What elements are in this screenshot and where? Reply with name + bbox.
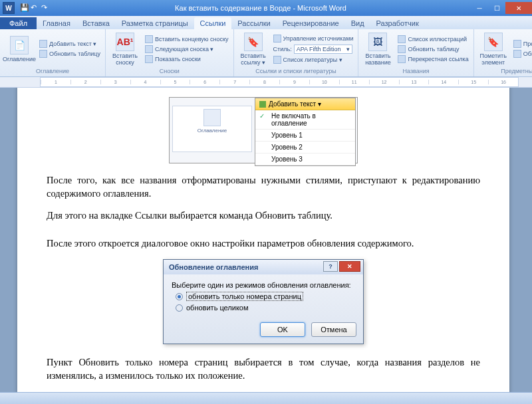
document-paragraph[interactable]: После этого откроется диалоговое окно на…: [47, 237, 480, 251]
tab-insert[interactable]: Вставка: [76, 17, 116, 29]
ribbon-tabs: Файл Главная Вставка Разметка страницы С…: [0, 16, 532, 29]
add-text-dropdown: Добавить текст ▾ Не включать в оглавлени…: [255, 98, 356, 166]
tab-home[interactable]: Главная: [37, 17, 76, 29]
dialog-title: Обновление оглавления ?✕: [164, 260, 363, 274]
titlebar: W 💾 ↶ ↷ Как вставить содержание в Ворде …: [0, 0, 532, 16]
citation-style-combo[interactable]: APA Fifth Edition▾: [294, 45, 352, 54]
group-captions: 🖼 Вставить название Список иллюстраций О…: [358, 29, 473, 76]
sources-icon: [273, 35, 281, 43]
embedded-screenshot-dropdown: Оглавление AB1 Добавить текст ▾ Не включ…: [169, 97, 358, 163]
tab-page-layout[interactable]: Разметка страницы: [116, 17, 194, 29]
group-index: 🔖 Пометить элемент Предметный указатель …: [474, 29, 532, 76]
toc-button[interactable]: 📄 Оглавление: [3, 35, 36, 64]
window-controls: ─ ☐ ✕: [471, 2, 532, 14]
insert-citation-button[interactable]: 🔖 Вставить ссылку ▾: [237, 31, 270, 67]
insert-index-button[interactable]: Предметный указатель: [511, 39, 532, 49]
group-toc: 📄 Оглавление Добавить текст ▾ Обновить т…: [0, 29, 106, 76]
bibliography-button[interactable]: Список литературы ▾: [271, 55, 356, 64]
quick-access-toolbar[interactable]: 💾 ↶ ↷: [20, 3, 51, 13]
insert-endnote-button[interactable]: Вставить концевую сноску: [143, 35, 231, 44]
group-citations: 🔖 Вставить ссылку ▾ Управление источника…: [234, 29, 359, 76]
close-button[interactable]: ✕: [505, 2, 532, 14]
update-figures-button[interactable]: Обновить таблицу: [396, 45, 470, 54]
group-footnotes: AB¹ Вставить сноску Вставить концевую сн…: [106, 29, 234, 76]
embedded-screenshot-dialog: Обновление оглавления ?✕ Выберите один и…: [163, 259, 364, 344]
cross-reference-button[interactable]: Перекрестная ссылка: [396, 54, 470, 64]
save-icon[interactable]: 💾: [20, 3, 29, 13]
radio-icon: [176, 304, 183, 312]
help-icon: ?: [323, 261, 338, 272]
refresh-icon: [398, 45, 406, 53]
toc-icon: [203, 109, 221, 126]
refresh-icon: [39, 50, 47, 58]
group-label: Сноски: [108, 67, 231, 75]
show-notes-button[interactable]: Показать сноски: [143, 54, 231, 64]
minimize-button[interactable]: ─: [471, 2, 488, 14]
plus-icon: [259, 101, 266, 108]
style-combo-row: Стиль: APA Fifth Edition▾: [271, 44, 356, 54]
tab-file[interactable]: Файл: [0, 17, 37, 29]
undo-icon[interactable]: ↶: [31, 3, 40, 13]
tab-references[interactable]: Ссылки: [194, 17, 232, 29]
dropdown-item: Не включать в оглавление: [255, 110, 355, 130]
update-index-button[interactable]: Обновить указатель: [511, 49, 532, 58]
group-label: Предметный указатель: [477, 67, 532, 75]
horizontal-ruler[interactable]: 12345678910111213141516: [0, 77, 532, 88]
group-label: Ссылки и списки литературы: [237, 67, 356, 75]
figures-icon: [398, 35, 406, 43]
show-icon: [145, 55, 153, 63]
status-bar: [0, 392, 532, 404]
redo-icon[interactable]: ↷: [41, 3, 51, 13]
index-icon: [513, 40, 521, 48]
dropdown-item: Уровень 2: [255, 142, 355, 153]
caption-icon: 🖼: [368, 33, 387, 51]
document-workspace[interactable]: Оглавление AB1 Добавить текст ▾ Не включ…: [0, 88, 532, 392]
ribbon: 📄 Оглавление Добавить текст ▾ Обновить т…: [0, 29, 532, 77]
group-label: Оглавление: [3, 67, 102, 75]
insert-footnote-button[interactable]: AB¹ Вставить сноску: [108, 31, 142, 67]
maximize-button[interactable]: ☐: [488, 2, 505, 14]
word-app-icon: W: [3, 2, 15, 14]
insert-caption-button[interactable]: 🖼 Вставить название: [361, 31, 394, 67]
tab-mailings[interactable]: Рассылки: [231, 17, 276, 29]
tab-view[interactable]: Вид: [345, 17, 370, 29]
citation-icon: 🔖: [244, 33, 263, 51]
group-label: Названия: [361, 67, 470, 75]
manage-sources-button[interactable]: Управление источниками: [271, 34, 356, 43]
close-icon: ✕: [339, 261, 360, 272]
toc-icon: 📄: [10, 36, 29, 54]
mark-entry-icon: 🔖: [484, 33, 503, 51]
mark-entry-button[interactable]: 🔖 Пометить элемент: [477, 31, 510, 67]
ok-button: OK: [260, 322, 305, 337]
dropdown-item: Уровень 1: [255, 130, 355, 142]
radio-option-2: обновить целиком: [176, 304, 355, 312]
dropdown-item: Уровень 3: [255, 153, 355, 165]
tab-developer[interactable]: Разработчик: [370, 17, 425, 29]
crossref-icon: [398, 55, 406, 63]
cancel-button: Отмена: [311, 322, 356, 337]
footnote-icon: AB¹: [116, 33, 134, 51]
dialog-prompt: Выберите один из режимов обновления огла…: [172, 281, 355, 289]
refresh-icon: [513, 50, 521, 58]
plus-icon: [39, 40, 47, 48]
document-paragraph[interactable]: Для этого на вкладке Ссылки выбирается к…: [47, 209, 480, 223]
next-icon: [145, 45, 153, 53]
tab-review[interactable]: Рецензирование: [277, 17, 345, 29]
update-table-button[interactable]: Обновить таблицу: [37, 49, 102, 58]
mini-ribbon: Оглавление: [172, 106, 252, 152]
add-text-button[interactable]: Добавить текст ▾: [37, 39, 102, 49]
endnote-icon: [145, 35, 153, 43]
biblio-icon: [273, 56, 281, 64]
table-of-figures-button[interactable]: Список иллюстраций: [396, 35, 470, 44]
document-paragraph[interactable]: После того, как все названия отформатиро…: [47, 174, 480, 200]
window-title: Как вставить содержание в Ворде - Micros…: [51, 4, 471, 12]
document-paragraph[interactable]: Пункт Обновить только номера страниц выб…: [47, 356, 480, 382]
next-footnote-button[interactable]: Следующая сноска ▾: [143, 45, 231, 54]
dropdown-header: Добавить текст ▾: [255, 98, 355, 110]
radio-option-1: обновить только номера страниц: [176, 292, 355, 301]
chevron-down-icon: ▾: [346, 46, 350, 52]
document-page[interactable]: Оглавление AB1 Добавить текст ▾ Не включ…: [17, 88, 509, 392]
radio-icon: [176, 293, 183, 300]
